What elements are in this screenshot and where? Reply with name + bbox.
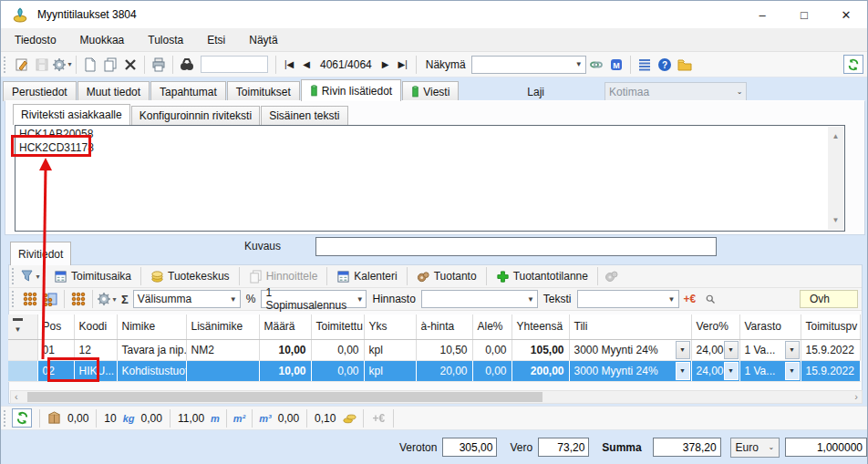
nav-next-icon[interactable]: ▶ <box>377 59 394 69</box>
separator <box>226 409 227 428</box>
scroll-right-icon[interactable]: › <box>854 391 858 403</box>
folder-icon[interactable] <box>675 55 695 75</box>
tab-rivin-lisatiedot[interactable]: Rivin lisätiedot <box>301 79 401 101</box>
horizontal-scrollbar[interactable]: ‹ › <box>10 390 863 404</box>
edit-icon[interactable] <box>12 55 32 75</box>
binoculars-icon[interactable] <box>177 55 197 75</box>
tuotanto-button[interactable]: Tuotanto <box>411 266 482 286</box>
percent-button[interactable]: % <box>241 293 262 305</box>
database-icon[interactable] <box>606 55 626 75</box>
menu-nayta[interactable]: Näytä <box>237 28 289 52</box>
col-a-hinta[interactable]: à-hinta <box>416 314 472 339</box>
save-icon[interactable] <box>32 55 52 75</box>
tab-rivitiedot[interactable]: Rivitiedot <box>10 242 71 265</box>
col-nimike[interactable]: Nimike <box>117 314 186 339</box>
col-yks[interactable]: Yks <box>364 314 416 339</box>
help-icon[interactable] <box>655 55 675 75</box>
hinnasto-combobox[interactable]: ▼ <box>421 290 538 308</box>
summa-field[interactable]: 378,20 <box>653 438 721 457</box>
col-tili[interactable]: Tili <box>569 314 691 339</box>
chevron-down-icon[interactable]: ▼ <box>724 341 739 359</box>
add-euro-icon[interactable]: +€ <box>679 293 701 305</box>
copy-icon[interactable] <box>100 55 120 75</box>
row-selector[interactable] <box>8 360 37 381</box>
col-toimituspv[interactable]: Toimituspv <box>801 314 860 339</box>
nav-prev-icon[interactable]: ◀ <box>298 59 315 69</box>
sum-mode-combobox[interactable]: Välisumma▼ <box>133 290 241 308</box>
list-icon[interactable] <box>635 55 655 75</box>
chevron-down-icon[interactable]: ▼ <box>676 362 690 380</box>
link-icon[interactable] <box>586 55 606 75</box>
tab-tapahtumat[interactable]: Tapahtumat <box>150 81 226 101</box>
beads-sheet-icon[interactable] <box>40 289 60 309</box>
tuotantotilanne-button[interactable]: Tuotantotilanne <box>491 266 594 286</box>
table-row-selected[interactable]: 02 HIKU... Kohdistustuote 10,00 0,00 kpl… <box>8 360 860 381</box>
search-icon[interactable] <box>700 289 720 309</box>
close-button[interactable]: ✕ <box>825 1 867 28</box>
sum-icon[interactable]: Σ <box>117 293 133 306</box>
toimitusaika-button[interactable]: Toimitusaika <box>48 266 137 286</box>
col-pos[interactable]: Pos <box>37 314 74 339</box>
tab-toimitukset[interactable]: Toimitukset <box>227 81 300 101</box>
subtab-riviteksti-asiakkaalle[interactable]: Riviteksti asiakkaalle <box>13 104 130 125</box>
row-selector[interactable] <box>8 339 37 360</box>
nav-first-icon[interactable]: |◀ <box>280 59 298 69</box>
col-koodi[interactable]: Koodi <box>74 314 117 339</box>
col-ale[interactable]: Ale% <box>472 314 512 339</box>
tuotekeskus-button[interactable]: Tuotekeskus <box>145 266 235 286</box>
line-text-area[interactable]: HCK1AB20058 HCK2CD31178 ▲ ▼ <box>15 125 845 232</box>
col-toimitettu[interactable]: Toimitettu <box>311 314 364 339</box>
new-doc-icon[interactable] <box>80 55 100 75</box>
chevron-down-icon[interactable]: ▼ <box>676 341 690 359</box>
scroll-down-icon[interactable]: ▼ <box>832 211 840 230</box>
menu-tiedosto[interactable]: Tiedosto <box>3 28 68 52</box>
scroll-left-icon[interactable]: ‹ <box>15 391 18 403</box>
toolbar-grip <box>12 268 16 284</box>
discount-combobox[interactable]: 1 Sopimusalennus▼ <box>261 290 367 308</box>
gear-icon[interactable]: ▾ <box>97 289 117 309</box>
col-maara[interactable]: Määrä <box>259 314 311 339</box>
delete-icon[interactable] <box>120 55 140 75</box>
veroton-field[interactable]: 305,00 <box>442 438 497 457</box>
filter-icon[interactable]: ▾ <box>20 266 40 286</box>
table-row[interactable]: 01 12 Tavara ja nip... NM2 10,00 0,00 kp… <box>8 339 860 360</box>
vertical-scrollbar[interactable]: ▲ ▼ <box>828 127 843 230</box>
teksti-combobox[interactable]: ▼ <box>577 290 679 308</box>
chevron-down-icon[interactable]: ▼ <box>785 341 800 359</box>
currency-combobox[interactable]: Euro ⌄ <box>730 438 780 458</box>
tab-muut-tiedot[interactable]: Muut tiedot <box>78 81 150 101</box>
menu-tulosta[interactable]: Tulosta <box>136 28 195 52</box>
tab-perustiedot[interactable]: Perustiedot <box>3 81 77 101</box>
maximize-button[interactable]: □ <box>783 1 825 28</box>
grid-filter-header[interactable]: ▼ <box>8 314 37 339</box>
chevron-down-icon[interactable]: ▼ <box>724 362 739 380</box>
view-combobox[interactable]: ▼ <box>471 56 586 74</box>
menu-muokkaa[interactable]: Muokkaa <box>68 28 137 52</box>
col-vero[interactable]: Vero% <box>691 314 739 339</box>
vero-field[interactable]: 73,20 <box>538 438 589 457</box>
col-lisanimike[interactable]: Lisänimike <box>186 314 259 339</box>
chevron-down-icon[interactable]: ▼ <box>785 362 800 380</box>
scroll-up-icon[interactable]: ▲ <box>832 127 840 146</box>
gear-icon[interactable]: ▾ <box>52 55 72 75</box>
col-varasto[interactable]: Varasto <box>739 314 801 339</box>
beads-icon[interactable] <box>68 289 88 309</box>
kuvaus-input[interactable] <box>315 237 717 256</box>
minimize-button[interactable]: – <box>741 1 783 28</box>
hinnoittele-button[interactable]: Hinnoittele <box>243 266 324 286</box>
menu-etsi[interactable]: Etsi <box>195 28 237 52</box>
col-yhteensa[interactable]: Yhteensä <box>512 314 569 339</box>
rate-field[interactable]: 1,000000 <box>785 438 867 457</box>
nav-last-icon[interactable]: ▶| <box>393 59 411 69</box>
scrollbar-thumb[interactable] <box>27 392 542 402</box>
print-icon[interactable] <box>149 55 169 75</box>
status-volume: 0,00 <box>64 412 92 425</box>
refresh-icon[interactable] <box>843 55 863 74</box>
refresh-icon[interactable] <box>12 408 32 428</box>
subtab-konfiguroinnin-riviteksti[interactable]: Konfiguroinnin riviteksti <box>131 106 260 125</box>
kalenteri-button[interactable]: Kalenteri <box>331 266 402 286</box>
subtab-sisainen-teksti[interactable]: Sisäinen teksti <box>261 106 347 125</box>
search-input[interactable] <box>201 56 268 73</box>
tab-viesti[interactable]: Viesti <box>402 81 459 101</box>
beads-icon[interactable] <box>20 289 40 309</box>
